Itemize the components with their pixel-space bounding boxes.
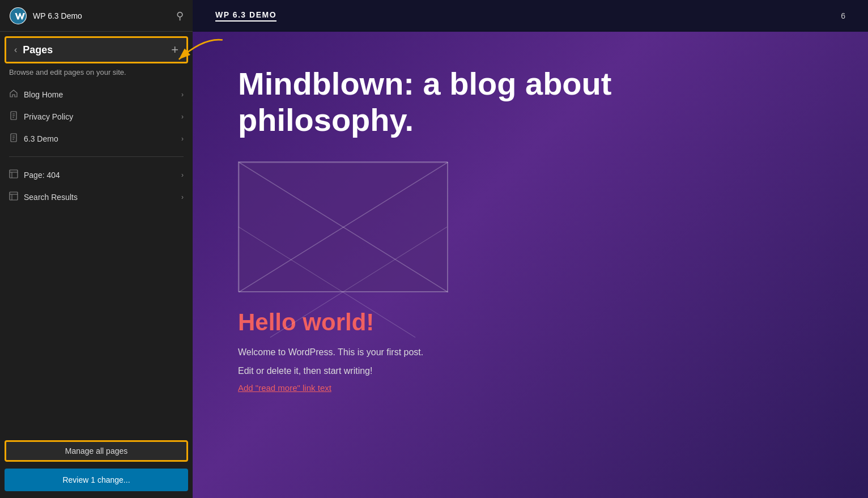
page-item-bottom-left: Page: 404 bbox=[9, 169, 60, 180]
pages-section-title: Pages bbox=[23, 44, 53, 56]
search-icon[interactable]: ⚲ bbox=[176, 10, 184, 22]
page-name-search-results: Search Results bbox=[24, 193, 78, 202]
page-item-privacy-policy[interactable]: Privacy Policy › bbox=[0, 105, 193, 127]
chevron-right-icon: › bbox=[181, 91, 184, 99]
page-name-blog-home: Blog Home bbox=[24, 90, 63, 99]
site-nav-title: WP 6.3 DEMO bbox=[215, 10, 276, 22]
sidebar-topbar-left: WP 6.3 Demo bbox=[9, 7, 82, 25]
pages-header-left: ‹ Pages bbox=[14, 44, 53, 56]
pages-description: Browse and edit pages on your site. bbox=[0, 63, 193, 83]
template-icon bbox=[9, 191, 18, 202]
page-list: Blog Home › Privacy Policy › bbox=[0, 83, 193, 438]
wordpress-logo-icon[interactable] bbox=[9, 7, 27, 25]
site-title: WP 6.3 Demo bbox=[33, 11, 82, 20]
sidebar-topbar: WP 6.3 Demo ⚲ bbox=[0, 0, 193, 32]
chevron-right-icon: › bbox=[181, 135, 184, 143]
add-page-button[interactable]: + bbox=[171, 44, 178, 56]
chevron-right-icon: › bbox=[181, 171, 184, 179]
page-item-left: 6.3 Demo bbox=[9, 133, 58, 144]
page-item-63-demo[interactable]: 6.3 Demo › bbox=[0, 127, 193, 150]
page-name-privacy-policy: Privacy Policy bbox=[24, 112, 73, 121]
svg-rect-13 bbox=[10, 192, 18, 200]
page-name-63-demo: 6.3 Demo bbox=[24, 134, 58, 143]
manage-all-pages-button[interactable]: Manage all pages bbox=[5, 440, 188, 462]
page-item-blog-home[interactable]: Blog Home › bbox=[0, 83, 193, 105]
home-icon bbox=[9, 89, 18, 100]
featured-image-placeholder bbox=[238, 161, 448, 292]
sidebar-divider bbox=[9, 156, 184, 157]
page-name-404: Page: 404 bbox=[24, 171, 60, 180]
hero-section: Mindblown: a blog about philosophy. Hell… bbox=[193, 32, 868, 498]
read-more-link[interactable]: Add "read more" link text bbox=[238, 383, 331, 393]
review-change-button[interactable]: Review 1 change... bbox=[5, 469, 188, 491]
post-excerpt-line2: Edit or delete it, then start writing! bbox=[238, 364, 823, 378]
page-item-left: Blog Home bbox=[9, 89, 63, 100]
main-content: WP 6.3 DEMO 6 Mindblown: a blog about ph… bbox=[193, 0, 868, 498]
page-item-404[interactable]: Page: 404 › bbox=[0, 164, 193, 186]
back-button[interactable]: ‹ bbox=[14, 45, 17, 55]
sidebar: WP 6.3 Demo ⚲ ‹ Pages + Browse and edit … bbox=[0, 0, 193, 498]
document-icon bbox=[9, 133, 18, 144]
chevron-right-icon: › bbox=[181, 193, 184, 201]
page-item-bottom-left: Search Results bbox=[9, 191, 78, 202]
placeholder-svg bbox=[239, 162, 448, 292]
page-item-search-results[interactable]: Search Results › bbox=[0, 186, 193, 208]
pages-header: ‹ Pages + bbox=[5, 36, 188, 63]
svg-rect-10 bbox=[10, 170, 18, 178]
page-item-left: Privacy Policy bbox=[9, 111, 73, 122]
nav-right-number: 6 bbox=[841, 11, 845, 20]
template-icon bbox=[9, 169, 18, 180]
chevron-right-icon: › bbox=[181, 113, 184, 121]
document-icon bbox=[9, 111, 18, 122]
post-excerpt-line1: Welcome to WordPress. This is your first… bbox=[238, 345, 823, 360]
hero-title: Mindblown: a blog about philosophy. bbox=[238, 66, 748, 139]
site-header: WP 6.3 DEMO 6 bbox=[193, 0, 868, 32]
post-title: Hello world! bbox=[238, 309, 823, 336]
